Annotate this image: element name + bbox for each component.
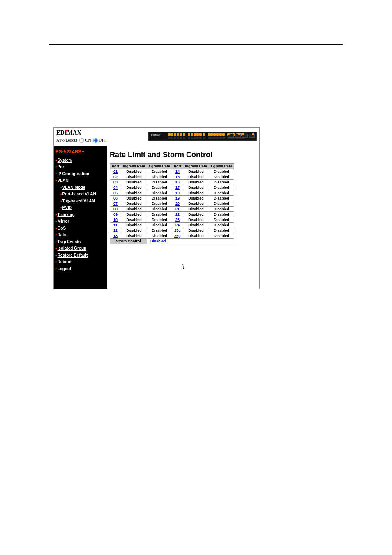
port-cell[interactable]: 09 <box>110 211 121 217</box>
nav-item-isolated-group[interactable]: ▪Isolated Group <box>54 245 107 252</box>
nav-item-reboot[interactable]: ▪Reboot <box>54 259 107 266</box>
port-link[interactable]: 26g <box>174 234 181 238</box>
nav-link[interactable]: PVID <box>62 205 72 210</box>
nav-bullet-icon: ▪ <box>55 172 57 176</box>
port-cell[interactable]: 11 <box>110 222 121 228</box>
nav-item-mirror[interactable]: ▪Mirror <box>54 218 107 225</box>
port-cell[interactable]: 12 <box>110 228 121 233</box>
auto-logout-off-radio[interactable] <box>93 138 98 143</box>
nav-link[interactable]: Mirror <box>58 219 69 223</box>
table-row: 04DisabledDisabled17DisabledDisabled <box>110 185 234 190</box>
port-link[interactable]: 15 <box>175 175 180 179</box>
port-cell[interactable]: 10 <box>110 217 121 222</box>
nav-item-qos[interactable]: ▪QoS <box>54 225 107 232</box>
port-link[interactable]: 07 <box>113 202 118 206</box>
nav-link[interactable]: Port <box>58 165 66 169</box>
port-link[interactable]: 12 <box>113 228 118 232</box>
port-cell[interactable]: 25g <box>172 228 183 233</box>
port-cell[interactable]: 13 <box>110 233 121 238</box>
nav-item-pvid[interactable]: ▪PVID <box>54 204 107 211</box>
port-link[interactable]: 01 <box>113 170 118 174</box>
nav-link[interactable]: Trap Events <box>58 239 81 244</box>
nav-item-logout[interactable]: ▪Logout <box>54 266 107 273</box>
port-cell[interactable]: 08 <box>110 206 121 211</box>
port-link[interactable]: 23 <box>175 218 180 222</box>
auto-logout-on-radio[interactable] <box>79 138 84 143</box>
port-cell[interactable]: 04 <box>110 185 121 190</box>
nav-item-restore-default[interactable]: ▪Restore Default <box>54 252 107 259</box>
nav-item-system[interactable]: ▪System <box>54 157 107 164</box>
port-cell[interactable]: 26g <box>172 233 183 238</box>
nav-link[interactable]: Rate <box>58 232 67 237</box>
port-link[interactable]: 04 <box>113 186 118 190</box>
port-cell[interactable]: 18 <box>172 190 183 195</box>
port-link[interactable]: 08 <box>113 207 118 211</box>
port-link[interactable]: 10 <box>113 218 118 222</box>
port-cell[interactable]: 15 <box>172 174 183 179</box>
port-cell[interactable]: 22 <box>172 211 183 217</box>
port-cell[interactable]: 24 <box>172 222 183 228</box>
port-link[interactable]: 09 <box>113 212 118 216</box>
port-link[interactable]: 21 <box>175 207 180 211</box>
nav-item-ip-configuration[interactable]: ▪IP Configuration <box>54 171 107 178</box>
nav-bullet-icon: ▪ <box>55 165 57 169</box>
nav-item-port-based-vlan[interactable]: ▪Port-based VLAN <box>54 191 107 198</box>
port-link[interactable]: 18 <box>175 191 180 195</box>
port-cell[interactable]: 14 <box>172 169 183 174</box>
device-image: EDIMAX <box>148 132 257 141</box>
nav-item-rate[interactable]: ▪Rate <box>54 232 107 239</box>
port-cell[interactable]: 06 <box>110 195 121 201</box>
port-link[interactable]: 25g <box>174 228 181 232</box>
nav-link[interactable]: Trunking <box>58 212 75 217</box>
port-link[interactable]: 22 <box>175 212 180 216</box>
port-link[interactable]: 16 <box>175 180 180 184</box>
port-cell[interactable]: 07 <box>110 201 121 206</box>
nav-link[interactable]: System <box>58 158 72 163</box>
nav-link[interactable]: Logout <box>58 267 71 271</box>
port-link[interactable]: 17 <box>175 186 180 190</box>
nav-link[interactable]: Isolated Group <box>58 246 87 251</box>
ingress-cell: Disabled <box>121 222 147 228</box>
table-row: 11DisabledDisabled24DisabledDisabled <box>110 222 234 228</box>
port-cell[interactable]: 20 <box>172 201 183 206</box>
auto-logout-off-label: OFF <box>99 138 106 143</box>
port-cell[interactable]: 21 <box>172 206 183 211</box>
port-link[interactable]: 13 <box>113 234 118 238</box>
nav-link[interactable]: Tag-based VLAN <box>62 199 95 203</box>
port-link[interactable]: 14 <box>175 170 180 174</box>
port-cell[interactable]: 03 <box>110 179 121 185</box>
nav-item-vlan-mode[interactable]: ▪VLAN Mode <box>54 184 107 191</box>
ingress-cell: Disabled <box>183 190 209 195</box>
table-row: 08DisabledDisabled21DisabledDisabled <box>110 206 234 211</box>
port-link[interactable]: 06 <box>113 196 118 200</box>
port-link[interactable]: 20 <box>175 202 180 206</box>
port-link[interactable]: 11 <box>113 223 118 227</box>
port-cell[interactable]: 05 <box>110 190 121 195</box>
port-cell[interactable]: 01 <box>110 169 121 174</box>
nav-link[interactable]: QoS <box>58 226 66 230</box>
egress-cell: Disabled <box>209 179 234 185</box>
port-link[interactable]: 05 <box>113 191 118 195</box>
port-link[interactable]: 03 <box>113 180 118 184</box>
ingress-cell: Disabled <box>121 217 147 222</box>
port-link[interactable]: 19 <box>175 196 180 200</box>
port-link[interactable]: 02 <box>113 175 118 179</box>
storm-control-link[interactable]: Disabled <box>150 239 166 243</box>
table-row: 13DisabledDisabled26gDisabledDisabled <box>110 233 234 238</box>
nav-link[interactable]: Port-based VLAN <box>62 192 96 196</box>
nav-link[interactable]: Restore Default <box>58 253 88 258</box>
nav-link[interactable]: Reboot <box>58 260 71 264</box>
nav-link[interactable]: IP Configuration <box>58 172 90 176</box>
nav-item-tag-based-vlan[interactable]: ▪Tag-based VLAN <box>54 198 107 205</box>
egress-cell: Disabled <box>147 169 172 174</box>
nav-item-trap-events[interactable]: ▪Trap Events <box>54 239 107 246</box>
port-cell[interactable]: 19 <box>172 195 183 201</box>
port-cell[interactable]: 23 <box>172 217 183 222</box>
nav-link[interactable]: VLAN Mode <box>62 185 85 190</box>
port-link[interactable]: 24 <box>175 223 180 227</box>
port-cell[interactable]: 16 <box>172 179 183 185</box>
nav-item-port[interactable]: ▪Port <box>54 164 107 171</box>
port-cell[interactable]: 02 <box>110 174 121 179</box>
nav-item-trunking[interactable]: ▪Trunking <box>54 211 107 218</box>
port-cell[interactable]: 17 <box>172 185 183 190</box>
